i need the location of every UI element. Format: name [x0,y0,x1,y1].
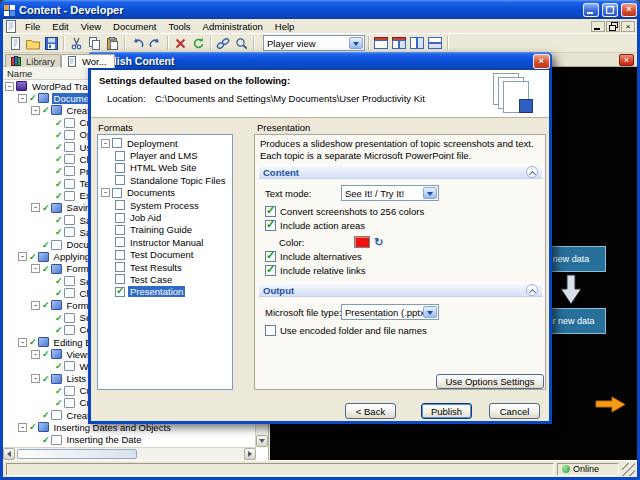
menu-item-administration[interactable]: Administration [197,19,269,33]
format-checkbox[interactable] [115,250,125,260]
format-item[interactable]: Test Case [98,273,232,285]
format-item[interactable]: Instructor Manual [98,236,232,248]
use-options-settings-button[interactable]: Use Options Settings [436,374,544,389]
horizontal-scrollbar[interactable] [3,447,256,460]
format-checkbox[interactable] [115,163,125,173]
format-item[interactable]: System Process [98,199,232,211]
chevron-down-icon[interactable] [423,187,437,199]
tree-item[interactable]: ✓Inserting the Date [3,433,256,445]
layout-player-button[interactable] [372,35,390,52]
encoded-names-checkbox[interactable]: ✓ Use encoded folder and file names [265,325,427,336]
close-button[interactable]: × [621,3,637,17]
open-button[interactable] [24,35,42,52]
redo-button[interactable] [146,35,164,52]
format-checkbox[interactable] [115,237,125,247]
refresh-button[interactable] [189,35,207,52]
find-button[interactable] [232,35,250,52]
tab-library[interactable]: Library [5,54,61,67]
format-checkbox[interactable] [115,175,125,185]
format-checkbox[interactable] [115,225,125,235]
format-checkbox[interactable] [112,138,122,148]
undo-button[interactable] [128,35,146,52]
tab-outline[interactable]: Wor... [61,54,115,68]
delete-button[interactable] [171,35,189,52]
cancel-button[interactable]: Cancel [489,403,540,419]
menu-item-help[interactable]: Help [269,19,301,33]
back-button[interactable]: < Back [345,403,396,419]
file-type-select[interactable]: Presentation (.pptx) [341,304,439,320]
checkbox[interactable]: ✓ [265,251,276,262]
mdi-close-button[interactable]: × [621,21,635,32]
menu-item-view[interactable]: View [75,19,107,33]
format-checkbox[interactable] [112,188,122,198]
checkbox[interactable]: ✓ [265,206,276,217]
menu-item-tools[interactable]: Tools [162,19,196,33]
format-item[interactable]: Standalone Topic Files [98,174,232,186]
format-item[interactable]: HTML Web Site [98,162,232,174]
format-checkbox[interactable] [115,274,125,284]
format-item[interactable]: ✓Presentation [98,286,232,298]
format-item[interactable]: Test Results [98,261,232,273]
menu-item-document[interactable]: Document [107,19,162,33]
format-checkbox[interactable] [115,151,125,161]
document-close-button[interactable]: × [619,54,634,66]
mdi-minimize-button[interactable] [591,21,605,32]
tree-expander[interactable]: - [31,374,40,383]
format-checkbox[interactable] [115,262,125,272]
tree-expander[interactable]: - [18,338,27,347]
color-swatch[interactable] [354,236,370,248]
chevron-down-icon[interactable] [349,37,363,49]
checkbox[interactable]: ✓ [265,325,276,336]
include-relative-links-checkbox[interactable]: ✓ Include relative links [265,265,366,276]
tree-expander[interactable]: - [18,252,27,261]
scrollbar-thumb[interactable] [17,449,137,459]
tree-expander[interactable]: - [18,94,27,103]
menu-item-edit[interactable]: Edit [46,19,74,33]
include-alternatives-checkbox[interactable]: ✓ Include alternatives [265,251,362,262]
format-item[interactable]: Test Document [98,249,232,261]
layout-split-button[interactable] [390,35,408,52]
output-section-header[interactable]: Output [258,283,543,297]
checkbox[interactable]: ✓ [265,220,276,231]
cut-button[interactable] [67,35,85,52]
format-expander[interactable]: - [101,139,110,148]
format-checkbox[interactable]: ✓ [115,287,125,297]
format-expander[interactable]: - [101,188,110,197]
tree-expander[interactable]: - [31,106,40,115]
include-action-areas-checkbox[interactable]: ✓ Include action areas [265,220,365,231]
convert-colors-checkbox[interactable]: ✓ Convert screenshots to 256 colors [265,206,424,217]
format-item[interactable]: Player and LMS [98,149,232,161]
format-item[interactable]: Job Aid [98,211,232,223]
format-item[interactable]: Training Guide [98,224,232,236]
format-checkbox[interactable] [115,200,125,210]
dialog-close-button[interactable]: × [533,54,550,69]
maximize-button[interactable] [602,3,618,17]
scroll-down-button[interactable] [256,435,268,447]
tree-expander[interactable]: - [31,350,40,359]
copy-button[interactable] [85,35,103,52]
menu-item-file[interactable]: File [19,19,46,33]
checkbox[interactable]: ✓ [265,265,276,276]
tree-expander[interactable]: - [18,423,27,432]
content-section-header[interactable]: Content [258,165,543,179]
text-mode-select[interactable]: See It! / Try It! [341,185,439,201]
publish-button[interactable]: Publish [421,403,472,419]
layout-columns-button[interactable] [408,35,426,52]
collapse-chevron-icon[interactable] [526,284,538,296]
tree-expander[interactable]: - [5,82,14,91]
layout-rows-button[interactable] [426,35,444,52]
save-button[interactable] [42,35,60,52]
new-document-button[interactable] [6,35,24,52]
mdi-restore-button[interactable] [606,21,620,32]
resize-grip[interactable] [622,463,635,476]
scroll-right-button[interactable] [244,448,256,460]
format-item[interactable]: -Documents [98,187,232,199]
chevron-down-icon[interactable] [423,306,437,318]
tree-expander[interactable]: - [31,203,40,212]
collapse-chevron-icon[interactable] [526,166,538,178]
tree-expander[interactable]: - [31,264,40,273]
link-button[interactable] [214,35,232,52]
format-item[interactable]: -Deployment [98,137,232,149]
view-select[interactable]: Player view [263,35,365,51]
paste-button[interactable] [103,35,121,52]
